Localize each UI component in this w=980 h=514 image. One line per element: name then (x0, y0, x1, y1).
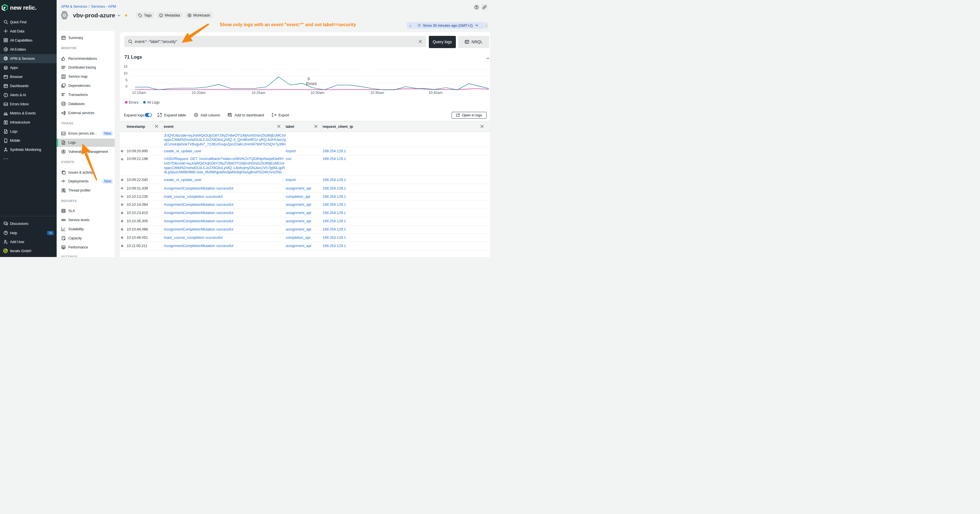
svg-text:10:35am: 10:35am (370, 91, 384, 94)
svg-text:10: 10 (124, 71, 127, 75)
svg-text:10:30am: 10:30am (310, 91, 325, 94)
svg-text:0: 0 (308, 76, 310, 81)
svg-text:15: 15 (124, 65, 127, 68)
svg-text:0: 0 (126, 84, 127, 89)
svg-text:5: 5 (126, 78, 127, 82)
svg-text:Errors: Errors (306, 81, 317, 86)
svg-text:10:15am: 10:15am (132, 91, 146, 94)
svg-text:10:40am: 10:40am (428, 91, 442, 94)
svg-text:10:25am: 10:25am (251, 91, 265, 94)
svg-text:10:20am: 10:20am (191, 91, 205, 94)
